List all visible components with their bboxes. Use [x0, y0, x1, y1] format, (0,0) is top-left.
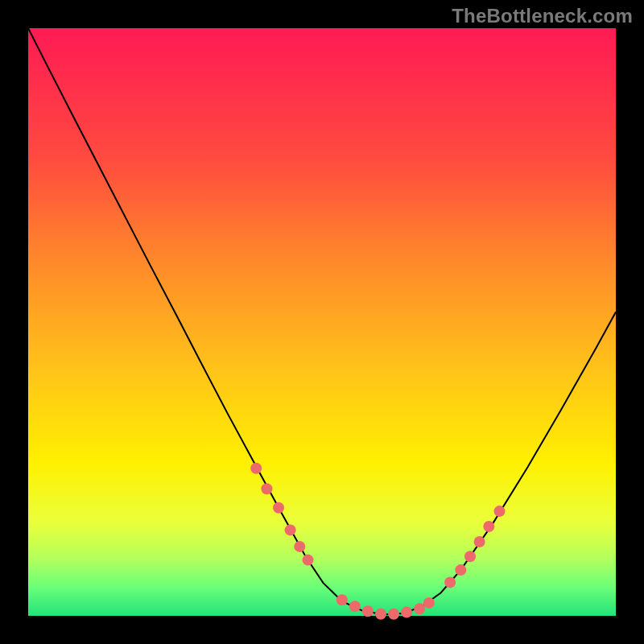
dot [464, 551, 476, 562]
dot [444, 576, 456, 588]
dot [303, 555, 314, 566]
dot [250, 463, 262, 474]
plot-background [28, 28, 616, 616]
dot [423, 597, 435, 609]
dot [455, 564, 466, 576]
dot [349, 601, 361, 612]
dot [261, 483, 272, 494]
dot [401, 607, 412, 618]
dot [336, 594, 348, 605]
dot [483, 521, 494, 532]
bottleneck-chart [0, 0, 644, 644]
dot [375, 609, 386, 620]
dot [273, 502, 284, 514]
watermark-text: TheBottleneck.com [452, 5, 633, 27]
chart-frame: TheBottleneck.com [0, 0, 644, 644]
dot [494, 506, 506, 517]
dot [414, 603, 425, 614]
dot [362, 605, 374, 617]
dot [294, 541, 305, 552]
dot [285, 524, 296, 535]
dot [388, 609, 399, 620]
dot [474, 536, 485, 547]
